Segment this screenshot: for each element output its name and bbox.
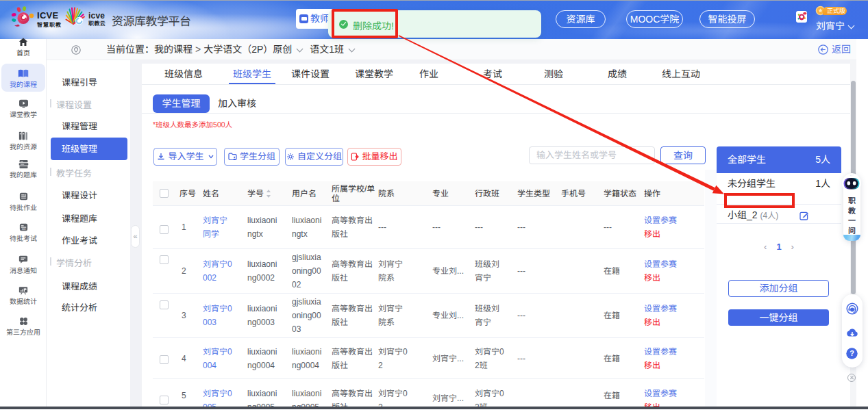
svg-text:?: ? <box>850 349 854 357</box>
svg-text:100: 100 <box>21 228 25 231</box>
